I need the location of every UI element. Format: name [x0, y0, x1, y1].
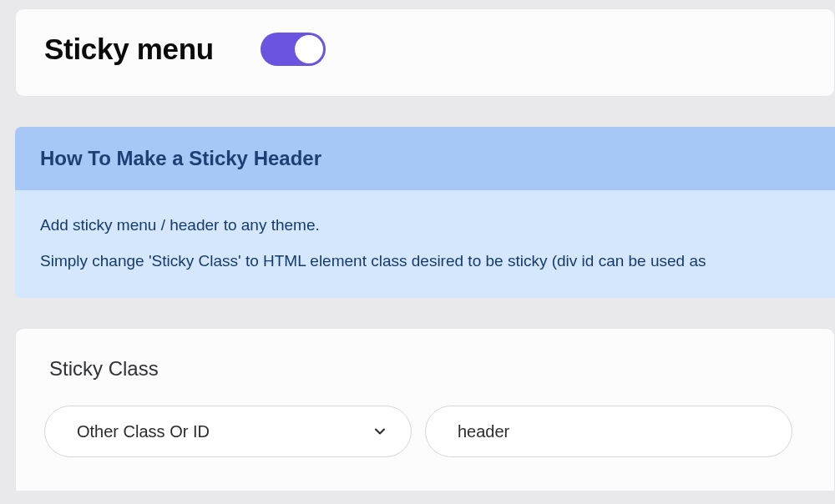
info-box: How To Make a Sticky Header Add sticky m… [15, 127, 835, 298]
info-title: How To Make a Sticky Header [40, 147, 810, 170]
sticky-menu-header-panel: Sticky menu [15, 8, 835, 97]
sticky-menu-toggle[interactable] [261, 33, 326, 66]
sticky-class-label: Sticky Class [49, 357, 806, 381]
info-header: How To Make a Sticky Header [15, 127, 835, 190]
sticky-class-select-wrap: Other Class Or ID [44, 406, 412, 457]
sticky-class-input[interactable] [425, 406, 792, 457]
sticky-class-form-panel: Sticky Class Other Class Or ID [15, 328, 835, 491]
page-title: Sticky menu [44, 33, 214, 66]
info-body: Add sticky menu / header to any theme. S… [15, 190, 835, 298]
info-line-2: Simply change 'Sticky Class' to HTML ele… [40, 249, 810, 274]
sticky-class-field-row: Other Class Or ID [44, 406, 806, 457]
toggle-knob [295, 35, 323, 63]
sticky-class-select[interactable]: Other Class Or ID [44, 406, 412, 457]
info-line-1: Add sticky menu / header to any theme. [40, 214, 810, 238]
